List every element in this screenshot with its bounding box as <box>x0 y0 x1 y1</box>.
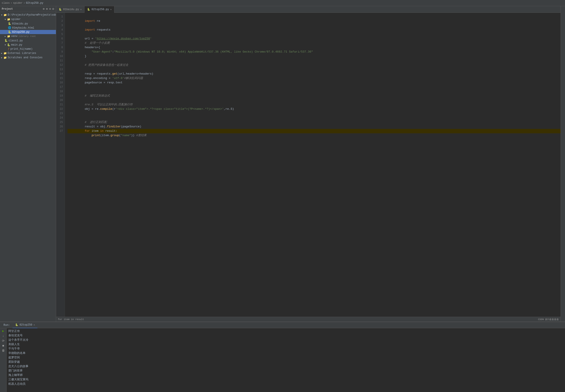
output-line-12: 三傻大闹宝莱坞 <box>8 378 563 382</box>
tree-item-scratches[interactable]: ▸ 📁 Scratches and Consoles <box>0 56 56 60</box>
code-content[interactable]: import re import requests url = 'https:/… <box>65 13 561 317</box>
output-line-1: 阿甘正传 <box>8 329 563 334</box>
py-icon-01baidu: 🐍 <box>8 22 11 25</box>
folder-open-icon: ▾ <box>1 13 3 17</box>
output-line-10: 楚门的世界 <box>8 369 563 373</box>
tree-label-01mybaidu: 01mybaidu.html <box>12 26 34 29</box>
output-line-9: 忠犬八公的故事 <box>8 364 563 369</box>
folder-icon-venv: ▸ <box>4 35 6 38</box>
tree-label-02top250: 02top250.py <box>12 30 29 34</box>
project-tree: ▾ 📁 D:\Projects\PycharmProjects\xdclass … <box>0 12 56 322</box>
code-line-17 <box>68 85 561 89</box>
main-area: Project ⊕ ⊕ ⊖ ⚙ ▾ 📁 D:\Projects\PycharmP… <box>0 6 565 322</box>
editor-area: 🐍 01baidu.py ✕ 🐍 02top250.py ✕ 12345 678… <box>56 6 561 322</box>
run-tab-02top250[interactable]: 🐍 02top250 ✕ <box>13 322 38 328</box>
tree-item-class1[interactable]: 🐍 class1.py <box>0 39 56 43</box>
folder-icon-spider: 📁 <box>7 18 10 21</box>
sidebar-header: Project ⊕ ⊕ ⊖ ⚙ <box>0 6 56 12</box>
tab-icon-02top250: 🐍 <box>87 8 90 11</box>
bottom-tabs: Run: 🐍 02top250 ✕ <box>0 322 565 328</box>
tree-label-01baidu: 01baidu.py <box>12 22 28 25</box>
code-line-12 <box>68 63 561 67</box>
tab-close-02top250[interactable]: ✕ <box>110 8 112 11</box>
code-line-7: headers={ <box>68 41 561 45</box>
output-line-6: 辛德勒的名单 <box>8 351 563 355</box>
tree-label-venv: venv <box>11 35 18 38</box>
output-line-3: 这个杀手不太冷 <box>8 338 563 342</box>
sidebar-title: Project <box>2 7 13 11</box>
run-tab-close[interactable]: ✕ <box>33 323 35 326</box>
tree-item-print-hi[interactable]: ƒ print_hi(name) <box>0 47 56 51</box>
line-numbers: 12345 678910 1112131415 1617181920 21222… <box>56 13 65 317</box>
code-line-27: print(item.group("name")) #查结果 <box>68 129 561 133</box>
breadcrumb-sep1: › <box>11 1 12 5</box>
folder-icon-ext2: 📁 <box>3 52 7 55</box>
code-line-8: "User-Agent":"Mozilla/5.0 (Windows NT 10… <box>68 45 561 50</box>
sidebar-toolbar: ⊕ ⊕ ⊖ ⚙ <box>43 7 54 11</box>
code-line-20: #re.S 可以让正则中的.匹配换行符 <box>68 98 561 102</box>
output-line-5: 千与千寻 <box>8 347 563 351</box>
output-line-11: 海上钢琴师 <box>8 373 563 378</box>
code-line-3: import requests <box>68 23 561 28</box>
tree-item-02top250[interactable]: 🐍 02top250.py <box>0 30 56 34</box>
run-output: 阿甘正传 泰坦尼克号 这个杀手不太冷 美丽人生 千与千寻 辛德勒的名单 盗梦空间… <box>7 328 565 392</box>
code-editor[interactable]: 12345 678910 1112131415 1617181920 21222… <box>56 13 561 317</box>
tab-label-01baidu: 01baidu.py <box>63 8 79 11</box>
code-line-13: resp = requests.get(url,headers=headers) <box>68 67 561 72</box>
output-line-13: 机器人总动员 <box>8 382 563 386</box>
tab-02top250[interactable]: 🐍 02top250.py ✕ <box>85 6 114 13</box>
code-line-25: result = obj.finditer(pageSource) <box>68 120 561 125</box>
bottom-content: ▶ ↓ ⟳ ■ 🗑 阿甘正传 泰坦尼克号 这个杀手不太冷 美丽人生 千与千寻 辛… <box>0 328 565 392</box>
tree-label-class1: class1.py <box>9 39 23 42</box>
folder-icon-scratches: ▸ <box>1 56 3 59</box>
code-line-23 <box>68 111 561 116</box>
tree-item-main[interactable]: ▾ 🐍 main.py <box>0 43 56 47</box>
output-line-8: 星际穿越 <box>8 360 563 364</box>
code-line-24: # 进行正则匹配 <box>68 116 561 120</box>
folder-icon-ext: ▸ <box>1 52 3 55</box>
py-icon-class1: 🐍 <box>4 39 8 42</box>
py-icon-02top250: 🐍 <box>8 30 11 34</box>
breadcrumb: class › spider › 02top250.py <box>2 1 43 5</box>
code-line-26: for item in result: <box>68 125 561 129</box>
editor-tabs: 🐍 01baidu.py ✕ 🐍 02top250.py ✕ <box>56 6 561 13</box>
tree-item-venv[interactable]: ▸ 📁 venv library root <box>0 34 56 39</box>
run-button[interactable]: ▶ <box>2 329 4 333</box>
tree-label-ext-libs: External Libraries <box>8 52 36 55</box>
status-hint: for item in result <box>58 318 84 321</box>
sidebar-icon-4[interactable]: ⚙ <box>52 7 54 11</box>
tree-item-01baidu[interactable]: 🐍 01baidu.py <box>0 22 56 26</box>
py-icon-main: 🐍 <box>7 43 10 47</box>
tab-close-01baidu[interactable]: ✕ <box>80 8 82 11</box>
breadcrumb-sep2: › <box>23 1 25 5</box>
tree-item-spider[interactable]: ▾ 📁 spider <box>0 17 56 22</box>
code-line-16 <box>68 81 561 85</box>
scroll-down-button[interactable]: ↓ <box>2 334 4 338</box>
code-line-19 <box>68 94 561 98</box>
breadcrumb-file: 02top250.py <box>26 1 43 5</box>
tree-item-ext-libs[interactable]: ▸ 📁 External Libraries <box>0 51 56 56</box>
tree-label-main: main.py <box>11 43 22 46</box>
fn-icon-print-hi: ƒ <box>8 47 10 51</box>
code-line-2 <box>68 19 561 23</box>
code-line-11: # 把用户的设备信息也一起发过去 <box>68 58 561 63</box>
breadcrumb-class: class <box>2 1 10 5</box>
code-line-5: url = 'https://movie.douban.com/top250' <box>68 32 561 37</box>
code-line-4 <box>68 28 561 32</box>
sidebar: Project ⊕ ⊕ ⊖ ⚙ ▾ 📁 D:\Projects\PycharmP… <box>0 6 56 322</box>
sidebar-icon-1[interactable]: ⊕ <box>43 7 44 11</box>
tree-item-01mybaidu[interactable]: 🌐 01mybaidu.html <box>0 26 56 30</box>
sidebar-icon-2[interactable]: ⊕ <box>46 7 48 11</box>
folder-icon-scratches2: 📁 <box>3 56 7 59</box>
rerun-button[interactable]: ⟳ <box>2 339 5 343</box>
run-label[interactable]: Run: <box>1 322 13 328</box>
run-tab-label: 02top250 <box>20 323 32 326</box>
tree-item-xdclass[interactable]: ▾ 📁 D:\Projects\PycharmProjects\xdclass <box>0 13 56 17</box>
clear-button[interactable]: 🗑 <box>2 349 5 352</box>
tab-01baidu[interactable]: 🐍 01baidu.py ✕ <box>56 6 85 13</box>
tab-label-02top250: 02top250.py <box>92 8 109 11</box>
stop-button[interactable]: ■ <box>2 344 4 348</box>
html-icon-01mybaidu: 🌐 <box>8 26 11 29</box>
folder-icon-venv2: 📁 <box>7 35 10 38</box>
sidebar-icon-3[interactable]: ⊖ <box>49 7 51 11</box>
